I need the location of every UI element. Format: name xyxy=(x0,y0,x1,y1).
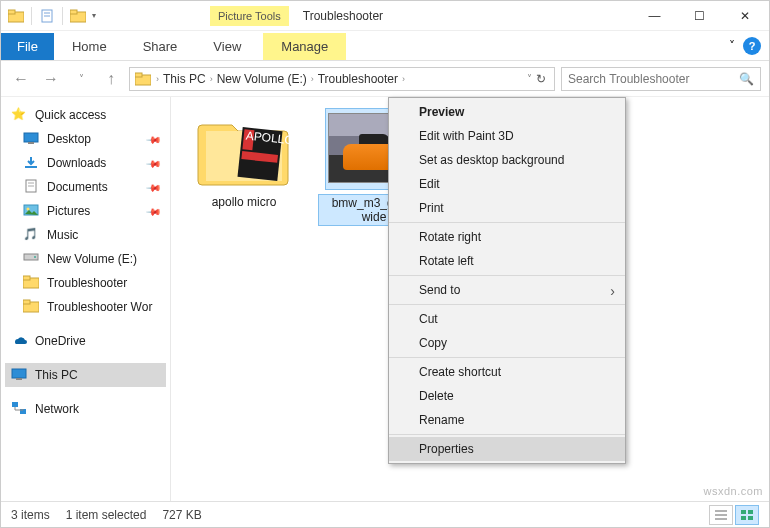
breadcrumb[interactable]: › This PC › New Volume (E:) › Troublesho… xyxy=(129,67,555,91)
tab-home[interactable]: Home xyxy=(54,33,125,60)
nav-new-volume[interactable]: New Volume (E:) xyxy=(5,247,166,271)
nav-desktop[interactable]: Desktop📌 xyxy=(5,127,166,151)
svg-rect-35 xyxy=(748,510,753,514)
status-size: 727 KB xyxy=(162,508,201,522)
watermark: wsxdn.com xyxy=(703,485,763,497)
ctx-properties[interactable]: Properties xyxy=(389,437,625,461)
nav-pictures[interactable]: Pictures📌 xyxy=(5,199,166,223)
onedrive-icon xyxy=(11,333,27,349)
status-item-count: 3 items xyxy=(11,508,50,522)
music-icon: 🎵 xyxy=(23,227,39,243)
svg-rect-9 xyxy=(24,133,38,142)
svg-rect-23 xyxy=(12,369,26,378)
drive-icon xyxy=(23,251,39,267)
tab-view[interactable]: View xyxy=(195,33,259,60)
tab-share[interactable]: Share xyxy=(125,33,196,60)
ctx-rename[interactable]: Rename xyxy=(389,408,625,432)
back-button[interactable]: ← xyxy=(9,67,33,91)
search-input[interactable]: Search Troubleshooter 🔍 xyxy=(561,67,761,91)
nav-documents[interactable]: Documents📌 xyxy=(5,175,166,199)
nav-this-pc[interactable]: This PC xyxy=(5,363,166,387)
ctx-rotate-right[interactable]: Rotate right xyxy=(389,225,625,249)
nav-quick-access[interactable]: ⭐Quick access xyxy=(5,103,166,127)
chevron-right-icon: › xyxy=(610,283,615,299)
svg-rect-36 xyxy=(741,516,746,520)
svg-point-18 xyxy=(34,256,36,258)
ctx-edit[interactable]: Edit xyxy=(389,172,625,196)
chevron-right-icon[interactable]: › xyxy=(311,74,314,84)
tab-file[interactable]: File xyxy=(1,33,54,60)
nav-downloads[interactable]: Downloads📌 xyxy=(5,151,166,175)
forward-button[interactable]: → xyxy=(39,67,63,91)
chevron-right-icon[interactable]: › xyxy=(210,74,213,84)
svg-rect-6 xyxy=(70,10,77,14)
window-title: Troubleshooter xyxy=(303,9,383,23)
nav-onedrive[interactable]: OneDrive xyxy=(5,329,166,353)
ribbon-expand-icon[interactable]: ˅ xyxy=(729,39,735,53)
crumb-this-pc[interactable]: This PC xyxy=(163,72,206,86)
address-dropdown-icon[interactable]: ˅ xyxy=(527,73,532,84)
tab-manage[interactable]: Manage xyxy=(263,33,346,60)
properties-icon[interactable] xyxy=(38,7,56,25)
search-icon[interactable]: 🔍 xyxy=(739,72,754,86)
pin-icon: 📌 xyxy=(146,155,162,171)
documents-icon xyxy=(23,179,39,195)
ctx-rotate-left[interactable]: Rotate left xyxy=(389,249,625,273)
svg-rect-1 xyxy=(8,10,15,14)
desktop-icon xyxy=(23,131,39,147)
status-bar: 3 items 1 item selected 727 KB xyxy=(1,501,769,527)
view-thumbnails-button[interactable] xyxy=(735,505,759,525)
recent-locations-button[interactable]: ˅ xyxy=(69,67,93,91)
pin-icon: 📌 xyxy=(146,203,162,219)
svg-rect-25 xyxy=(12,402,18,407)
ctx-delete[interactable]: Delete xyxy=(389,384,625,408)
ctx-edit-paint3d[interactable]: Edit with Paint 3D xyxy=(389,124,625,148)
folder-icon[interactable] xyxy=(7,7,25,25)
crumb-volume[interactable]: New Volume (E:) xyxy=(217,72,307,86)
contextual-tab-label: Picture Tools xyxy=(210,6,289,26)
svg-rect-10 xyxy=(28,142,34,144)
folder-icon xyxy=(23,275,39,291)
nav-troubleshooter[interactable]: Troubleshooter xyxy=(5,271,166,295)
nav-network[interactable]: Network xyxy=(5,397,166,421)
star-icon: ⭐ xyxy=(11,107,27,123)
minimize-button[interactable]: — xyxy=(632,2,677,30)
ctx-create-shortcut[interactable]: Create shortcut xyxy=(389,360,625,384)
close-button[interactable]: ✕ xyxy=(722,2,767,30)
folder-icon xyxy=(23,299,39,315)
ctx-preview[interactable]: Preview xyxy=(389,100,625,124)
svg-rect-20 xyxy=(23,276,30,280)
folder-thumbnail: APOLLO xyxy=(196,109,292,189)
downloads-icon xyxy=(23,155,39,171)
refresh-icon[interactable]: ↻ xyxy=(536,72,546,86)
chevron-right-icon[interactable]: › xyxy=(156,74,159,84)
ctx-copy[interactable]: Copy xyxy=(389,331,625,355)
svg-rect-34 xyxy=(741,510,746,514)
help-icon[interactable]: ? xyxy=(743,37,761,55)
view-details-button[interactable] xyxy=(709,505,733,525)
svg-rect-37 xyxy=(748,516,753,520)
pictures-icon xyxy=(23,203,39,219)
title-bar: ▾ Picture Tools Troubleshooter — ☐ ✕ xyxy=(1,1,769,31)
ctx-send-to[interactable]: Send to› xyxy=(389,278,625,302)
chevron-down-icon[interactable]: ▾ xyxy=(92,11,96,20)
quick-access-toolbar: ▾ xyxy=(3,7,100,25)
up-button[interactable]: ↑ xyxy=(99,67,123,91)
item-label: apollo micro xyxy=(189,195,299,209)
svg-rect-8 xyxy=(135,73,142,77)
nav-troubleshooter-wor[interactable]: Troubleshooter Wor xyxy=(5,295,166,319)
new-folder-icon[interactable] xyxy=(69,7,87,25)
ctx-print[interactable]: Print xyxy=(389,196,625,220)
ctx-cut[interactable]: Cut xyxy=(389,307,625,331)
search-placeholder: Search Troubleshooter xyxy=(568,72,689,86)
nav-music[interactable]: 🎵Music xyxy=(5,223,166,247)
chevron-right-icon[interactable]: › xyxy=(402,74,405,84)
address-bar-row: ← → ˅ ↑ › This PC › New Volume (E:) › Tr… xyxy=(1,61,769,97)
network-icon xyxy=(11,401,27,417)
svg-rect-11 xyxy=(25,166,37,168)
folder-item-apollo-micro[interactable]: APOLLO apollo micro xyxy=(189,109,299,209)
pin-icon: 📌 xyxy=(146,179,162,195)
ctx-set-desktop-bg[interactable]: Set as desktop background xyxy=(389,148,625,172)
crumb-folder[interactable]: Troubleshooter xyxy=(318,72,398,86)
maximize-button[interactable]: ☐ xyxy=(677,2,722,30)
